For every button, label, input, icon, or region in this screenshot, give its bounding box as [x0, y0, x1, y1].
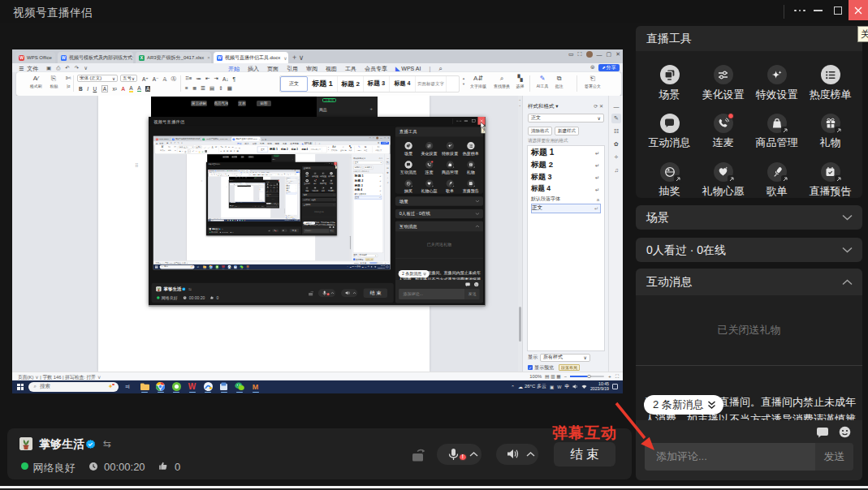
chat-toggle-icon[interactable] — [276, 204, 277, 205]
tool-effects[interactable]: 特效设置 — [319, 171, 326, 177]
tool-messages[interactable]: 互动消息 — [646, 114, 693, 151]
speaker-button[interactable] — [496, 444, 538, 465]
tool-messages[interactable]: 互动消息 — [399, 161, 417, 175]
comment-input[interactable]: 添加评论... — [399, 288, 464, 299]
section-viewers[interactable]: 0人看过 · 0在线 — [395, 208, 482, 218]
chat-toggle-icon[interactable] — [816, 427, 829, 438]
chevron-up-icon[interactable] — [469, 452, 478, 457]
messages-header[interactable]: 互动消息 — [636, 269, 862, 295]
live-preview[interactable]: W WPS Office W 视频号模板式及内部训练方式一(1)∨ X AR3资… — [153, 135, 391, 269]
tool-beauty[interactable]: 美化设置 — [700, 65, 747, 102]
tool-effects[interactable]: 特效设置 — [441, 142, 460, 157]
mic-button[interactable]: ! — [317, 289, 335, 297]
send-button[interactable]: 发送 — [276, 205, 279, 207]
minimize-button[interactable] — [814, 10, 823, 11]
emoji-icon[interactable] — [473, 282, 478, 286]
emoji-icon[interactable] — [332, 226, 334, 227]
switch-account-icon[interactable]: ⇆ — [103, 438, 111, 449]
more-menu-button[interactable] — [456, 117, 463, 125]
tool-preview-announce[interactable]: 直播预告 — [275, 189, 278, 191]
more-menu-button[interactable] — [325, 161, 327, 165]
tool-ranking[interactable]: 热度榜单 — [461, 142, 480, 157]
live-preview[interactable]: W WPS Office W 视频号模板式及内部训练方式一(1)∨ X AR3资… — [229, 182, 265, 202]
new-messages-pill[interactable]: 2 条新消息 — [398, 270, 429, 277]
chat-toggle-icon[interactable] — [329, 226, 330, 227]
tool-playlist[interactable]: 歌单 — [272, 189, 274, 191]
maximize-button[interactable] — [834, 6, 842, 15]
tool-ranking[interactable]: 热度榜单 — [807, 65, 854, 102]
tool-messages[interactable]: 互动消息 — [303, 178, 310, 184]
tool-scene[interactable]: 场景 — [399, 142, 417, 157]
switch-account-icon[interactable]: ⇆ — [234, 204, 235, 205]
chevron-up-icon[interactable] — [352, 292, 356, 294]
messages-header[interactable]: 互动消息 — [395, 221, 482, 231]
speaker-button[interactable] — [257, 205, 260, 207]
tool-products[interactable]: 商品管理 — [441, 161, 460, 175]
tool-lottery[interactable]: 抽奖 — [266, 189, 269, 191]
new-messages-pill[interactable]: 2 条新消息 — [266, 202, 270, 203]
tool-effects[interactable]: 特效设置 — [272, 183, 274, 186]
maximize-button[interactable] — [331, 163, 332, 164]
tool-preview-announce[interactable]: 直播预告 — [327, 186, 335, 191]
new-messages-pill[interactable]: 2 条新消息 — [644, 395, 723, 415]
maximize-button[interactable] — [277, 179, 278, 180]
screen-rotate-icon[interactable] — [308, 290, 314, 296]
minimize-button[interactable] — [464, 120, 467, 121]
switch-account-icon[interactable]: ⇆ — [222, 228, 223, 230]
tool-gift-wish[interactable]: 礼物心愿 — [420, 179, 438, 193]
tool-ranking[interactable]: 热度榜单 — [275, 183, 278, 186]
chevron-up-icon[interactable] — [277, 230, 279, 230]
end-stream-button[interactable]: 结束 — [363, 288, 386, 298]
mic-button[interactable]: ! — [253, 205, 256, 207]
end-stream-button[interactable]: 结束 — [289, 228, 298, 232]
new-messages-pill[interactable]: 2 条新消息 — [303, 221, 315, 225]
live-preview[interactable]: W WPS Office W 视频号模板式及内部训练方式一(1)∨ X AR3资… — [12, 49, 623, 393]
end-stream-button[interactable]: 结束 — [261, 205, 264, 207]
tool-messages[interactable]: 互动消息 — [266, 186, 269, 188]
tool-scene[interactable]: 场景 — [266, 183, 269, 186]
tool-lottery[interactable]: 抽奖 — [399, 179, 417, 193]
tool-effects[interactable]: 特效设置 — [754, 65, 801, 102]
tool-gift-wish[interactable]: 礼物心愿 — [311, 186, 318, 191]
section-scene[interactable]: 场景 — [636, 205, 862, 230]
tool-products[interactable]: 商品管理 — [754, 114, 801, 151]
speaker-button[interactable] — [341, 289, 357, 297]
tool-playlist[interactable]: 歌单 — [441, 179, 460, 193]
tool-preview-announce[interactable]: 直播预告 — [807, 162, 854, 199]
tool-mic-connect[interactable]: 连麦 — [700, 114, 747, 151]
tool-mic-connect[interactable]: 连麦 — [269, 186, 271, 188]
section-scene[interactable]: 场景 — [301, 192, 335, 196]
tool-lottery[interactable]: 抽奖 — [303, 186, 310, 191]
tool-playlist[interactable]: 歌单 — [754, 162, 801, 199]
tool-mic-connect[interactable]: 连麦 — [311, 178, 318, 184]
comment-input[interactable]: 添加评论... — [645, 443, 815, 471]
mic-button[interactable]: ! — [437, 444, 482, 465]
section-viewers[interactable]: 0人看过 · 0在线 — [266, 193, 279, 195]
messages-header[interactable]: 互动消息 — [266, 195, 279, 196]
live-preview[interactable]: W WPS Office W 视频号模板式及内部训练方式一(1)∨ X AR3资… — [208, 169, 300, 221]
end-stream-button[interactable]: 结束 — [554, 442, 615, 466]
comment-input[interactable]: 添加评论... — [303, 229, 329, 233]
chat-toggle-icon[interactable] — [465, 282, 470, 286]
screen-rotate-icon[interactable] — [268, 229, 270, 231]
section-viewers[interactable]: 0人看过 · 0在线 — [636, 238, 862, 262]
tool-beauty[interactable]: 美化设置 — [269, 183, 271, 186]
tool-preview-announce[interactable]: 直播预告 — [461, 179, 480, 193]
tool-products[interactable]: 商品管理 — [319, 178, 326, 184]
emoji-icon[interactable] — [277, 204, 278, 205]
tool-gifts[interactable]: 礼物 — [327, 178, 335, 184]
tool-gift-wish[interactable]: 礼物心愿 — [269, 189, 271, 191]
chevron-up-icon[interactable] — [285, 230, 287, 230]
close-button[interactable] — [849, 0, 868, 20]
more-menu-button[interactable] — [274, 179, 275, 181]
tool-gifts[interactable]: 礼物 — [275, 186, 278, 188]
tool-scene[interactable]: 场景 — [303, 171, 310, 177]
tool-scene[interactable]: 场景 — [646, 65, 693, 102]
send-button[interactable]: 发送 — [329, 229, 335, 233]
tool-lottery[interactable]: 抽奖 — [646, 162, 693, 199]
chevron-up-icon[interactable] — [330, 292, 334, 294]
tool-gift-wish[interactable]: 礼物心愿 — [700, 162, 747, 199]
switch-account-icon[interactable]: ⇆ — [188, 286, 192, 290]
section-viewers[interactable]: 0人看过 · 0在线 — [301, 197, 335, 201]
comment-input[interactable]: 添加评论... — [266, 205, 275, 207]
